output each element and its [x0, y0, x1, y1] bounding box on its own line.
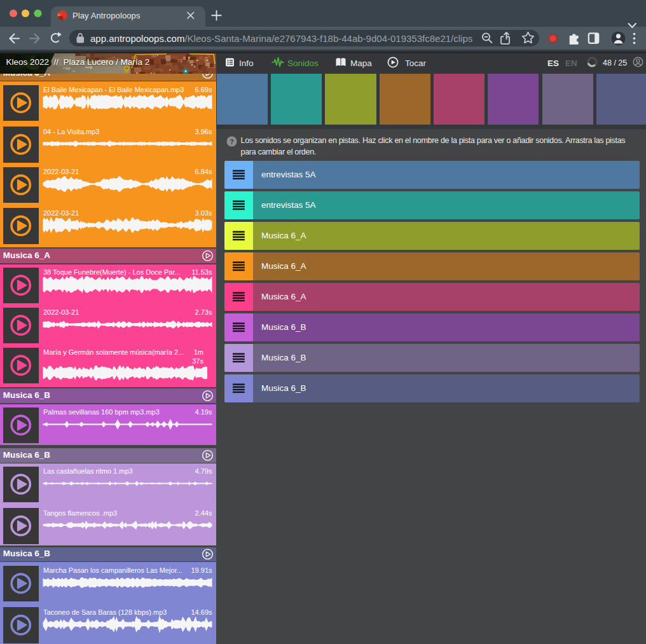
svg-text:?: ?	[230, 138, 234, 146]
